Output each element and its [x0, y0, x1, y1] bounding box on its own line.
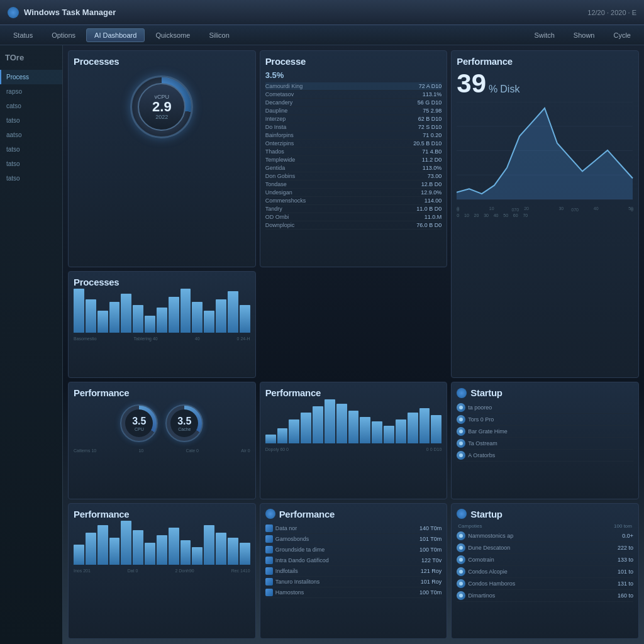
disk-unit: % [489, 84, 497, 95]
bar-2 [97, 525, 108, 564]
process-row-3: Daupline75 2.98 [265, 107, 442, 115]
bar-3 [109, 302, 120, 332]
bar-5 [325, 399, 335, 443]
card-process-list: Processe 3.5% Camourdi King72 A D10Comet… [260, 50, 448, 267]
performance-disk-title: Performance [457, 56, 633, 67]
bar-12 [216, 533, 226, 565]
card-processes-mid: Processes Basomestio Tablering 40 40 0 2… [68, 271, 256, 379]
bar-10 [192, 302, 203, 332]
sidebar-item-2[interactable]: catso [0, 99, 62, 113]
service-item-3: Intra Dando Gatificod122 T0v [265, 555, 442, 566]
content-grid: Processes vCPU 2.9 2022 Processe 3.5% Ca… [63, 45, 644, 644]
disk-chart-svg [457, 102, 633, 203]
startup-bottom-item-5: Dimartinos160 to [457, 590, 633, 602]
sidebar-header: TOre [0, 50, 62, 65]
small-gauge-1-label: CPU [135, 427, 144, 431]
small-gauge-2-value: 3.5 [177, 416, 191, 427]
process-row-16: OD Ombi11.0.M [265, 213, 442, 221]
startup-bottom-icon [457, 509, 467, 519]
menu-bar: Status Options AI Dashboard Quicksome Si… [0, 25, 644, 45]
startup-small-list: ta pooreoTors 0 ProBar Grate HimeTa Ostr… [457, 402, 633, 462]
process-row-4: Interzep62 B D10 [265, 115, 442, 123]
bar-7 [157, 535, 167, 565]
startup-bottom-item-3: Condos Alcopie101 to [457, 566, 633, 578]
bar-6 [145, 316, 155, 332]
startup-bottom-item-0: Nammostonics ap0.0+ [457, 530, 633, 542]
bar-13 [228, 291, 238, 333]
startup-bottom-item-1: Dune Descatoon222 to [457, 542, 633, 554]
bar-13 [419, 408, 430, 443]
cpu-gauge-container: vCPU 2.9 2022 [74, 70, 250, 143]
menu-cycle[interactable]: Cycle [605, 28, 639, 42]
service-item-5: Tanuro Instalitons101 Roy [265, 577, 442, 587]
bar-13 [228, 538, 238, 565]
card-performance-bars: Performance Dopoly 60 0 0 0 D10 [260, 382, 448, 499]
cpu-gauge-inner: vCPU 2.9 2022 [138, 83, 186, 131]
bar-14 [240, 543, 250, 565]
bar-8 [169, 528, 179, 564]
bar-1 [86, 299, 96, 333]
bar-11 [204, 525, 214, 564]
sidebar-item-6[interactable]: tatso [0, 157, 62, 171]
sidebar-item-0[interactable]: Process [0, 70, 62, 84]
startup-bottom-header: Startup [457, 509, 633, 519]
performance-bars-axis: Dopoly 60 0 0 0 D10 [265, 447, 442, 452]
sidebar-item-1[interactable]: rapso [0, 84, 62, 99]
small-gauge-2: 3.5 Cache [165, 404, 203, 442]
card-processes-cpu: Processes vCPU 2.9 2022 [68, 50, 256, 267]
startup-bottom-item-2: Comotrain133 to [457, 554, 633, 566]
bar-1 [86, 533, 96, 565]
startup-bottom-item-4: Condos Hamboros131 to [457, 578, 633, 590]
process-row-8: Thados71 4.B0 [265, 148, 442, 156]
bar-2 [289, 419, 299, 444]
title-bar: Windows Task Manager 12/20 · 2020 · E [0, 0, 644, 25]
menu-quicksome[interactable]: Quicksome [147, 28, 198, 42]
sidebar-item-4[interactable]: aatso [0, 128, 62, 142]
bar-4 [313, 406, 323, 444]
menu-options[interactable]: Options [43, 28, 84, 42]
cpu-gauge-sub: 2022 [155, 114, 168, 120]
service-item-4: Indfotails121 Roy [265, 566, 442, 577]
process-row-7: Onterzipins20.5 B D10 [265, 140, 442, 148]
menu-right: Switch Shown Cycle [526, 28, 639, 42]
process-row-5: Do Insta72 S D10 [265, 123, 442, 131]
performance-bars-title: Performance [265, 387, 442, 398]
performance-mid-axis: Catterns 10 10 Cate 0 Air 0 [74, 448, 250, 453]
performance-bars-chart [265, 402, 442, 446]
sidebar-item-5[interactable]: tatso [0, 142, 62, 157]
bar-7 [348, 411, 359, 444]
app-icon [8, 7, 19, 18]
small-gauge-1: 3.5 CPU [120, 404, 158, 442]
bar-8 [360, 417, 370, 443]
cpu-gauge-value: 2.9 [152, 100, 172, 114]
process-row-12: Tondase12.B D0 [265, 180, 442, 189]
bar-14 [240, 305, 250, 333]
sidebar-item-3[interactable]: tatso [0, 113, 62, 128]
card-performance-disk: Performance 39 % Disk 0 10 20 30 40 50 [451, 50, 639, 378]
app-title: Windows Task Manager [24, 8, 116, 17]
disk-chart-area: 0 10 20 30 40 50 [457, 102, 633, 203]
startup-small-item-4: A Oratorbs [457, 450, 633, 462]
startup-small-item-3: Ta Ostream [457, 438, 633, 450]
service-item-6: Hamostons100 T0m [265, 587, 442, 598]
menu-switch[interactable]: Switch [526, 28, 562, 42]
menu-shown[interactable]: Shown [565, 28, 603, 42]
sidebar-item-7[interactable]: tatso [0, 171, 62, 186]
card-startup-bottom: Startup Campoties 100 tom Nammostonics a… [451, 503, 639, 640]
bar-4 [121, 294, 131, 332]
process-row-11: Don Gobins73.00 [265, 172, 442, 180]
menu-ai-dashboard[interactable]: AI Dashboard [86, 28, 145, 42]
menu-status[interactable]: Status [5, 28, 41, 42]
bar-2 [97, 311, 108, 333]
services-bottom-icon [265, 509, 275, 519]
small-gauge-1-value: 3.5 [132, 416, 146, 427]
bar-10 [192, 547, 203, 564]
process-row-2: Decandery56 G D10 [265, 99, 442, 107]
menu-silicon[interactable]: Silicon [201, 28, 237, 42]
processes-mid-bar-chart [74, 291, 250, 335]
processes-cpu-title: Processes [74, 56, 250, 67]
startup-small-item-1: Tors 0 Pro [457, 414, 633, 426]
performance-bottom-axis: Inos 201 Dat 0 2 Donh90 Rec 1410 [74, 569, 250, 573]
process-row-13: Undesigan12.9.0% [265, 189, 442, 197]
bar-0 [74, 289, 84, 333]
